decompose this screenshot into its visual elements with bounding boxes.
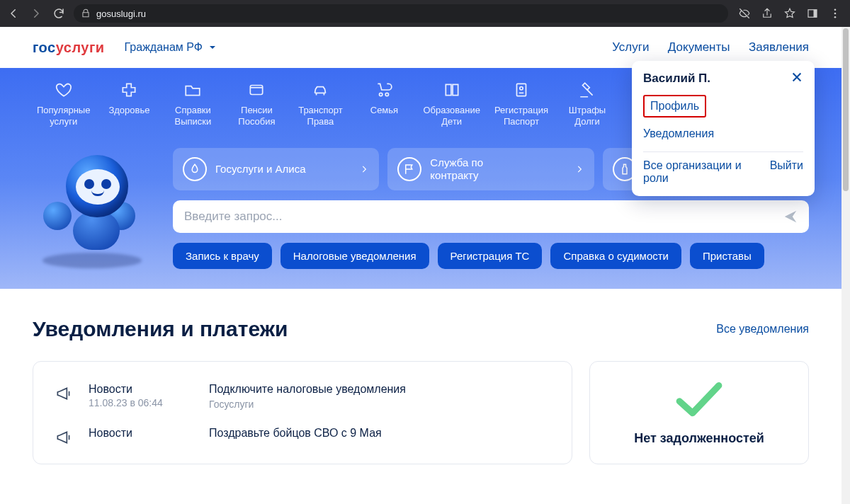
menu-logout[interactable]: Выйти	[770, 159, 803, 185]
category-item[interactable]: Семья	[355, 81, 413, 128]
chevron-down-icon	[208, 43, 217, 52]
category-item[interactable]: ПенсииПособия	[227, 81, 285, 128]
forward-button[interactable]	[28, 6, 44, 21]
news-date: 11.08.23 в 06:44	[89, 397, 209, 408]
close-button[interactable]	[790, 71, 803, 86]
url-text: gosuslugi.ru	[96, 8, 146, 19]
logo-part1: гос	[33, 40, 56, 55]
svg-point-3	[834, 13, 837, 15]
passport-icon	[512, 81, 531, 99]
svg-point-4	[834, 16, 837, 18]
section-title: Уведомления и платежи	[33, 317, 288, 341]
search-input[interactable]	[184, 210, 781, 224]
category-item[interactable]: РегистрацияПаспорт	[490, 81, 552, 128]
eye-off-icon[interactable]	[738, 7, 751, 20]
all-notifications-link[interactable]: Все уведомления	[716, 323, 809, 336]
megaphone-icon	[52, 383, 76, 410]
browser-chrome: gosuslugi.ru	[0, 0, 850, 27]
chip[interactable]: Приставы	[690, 243, 764, 269]
debt-text: Нет задолженностей	[634, 431, 764, 446]
robot-mascot	[33, 148, 153, 268]
category-item[interactable]: ОбразованиеДети	[419, 81, 484, 128]
divider	[643, 151, 803, 152]
category-label: ТранспортПрава	[298, 105, 343, 128]
gavel-icon	[578, 81, 596, 99]
search-submit[interactable]	[781, 207, 800, 227]
news-item[interactable]: Новости 11.08.23 в 06:44 Подключите нало…	[52, 379, 553, 423]
promo-card[interactable]: Служба поконтракту	[387, 148, 594, 190]
plus-icon	[120, 81, 138, 99]
checkmark-icon	[673, 379, 725, 421]
news-source: Госуслуги	[209, 399, 406, 410]
send-icon	[783, 209, 798, 224]
chevron-right-icon	[359, 164, 369, 174]
star-icon[interactable]	[783, 7, 796, 20]
promo-card[interactable]: Госуслуги и Алиса	[173, 148, 379, 190]
svg-rect-5	[251, 86, 263, 95]
car-icon	[311, 81, 329, 99]
segment-label: Гражданам РФ	[125, 41, 203, 54]
chip[interactable]: Справка о судимости	[550, 243, 681, 269]
panel-icon[interactable]	[806, 7, 819, 20]
category-label: ОбразованиеДети	[423, 105, 480, 128]
nav-applications[interactable]: Заявления	[749, 40, 809, 54]
back-button[interactable]	[6, 6, 21, 21]
chip[interactable]: Налоговые уведомления	[280, 243, 429, 269]
category-item[interactable]: ТранспортПрава	[291, 81, 349, 128]
promo-label: Госуслуги и Алиса	[215, 163, 351, 176]
book-icon	[443, 81, 461, 99]
category-item[interactable]: Популярныеуслуги	[33, 81, 94, 128]
user-name: Василий П.	[643, 71, 710, 86]
nav-documents[interactable]: Документы	[668, 40, 730, 54]
category-label: Здоровье	[108, 105, 149, 116]
lock-icon	[81, 8, 91, 18]
chip[interactable]: Регистрация ТС	[438, 243, 543, 269]
megaphone-icon	[52, 427, 76, 447]
news-title: Поздравьте бойцов СВО с 9 Мая	[209, 427, 382, 440]
category-label: ШтрафыДолги	[569, 105, 606, 128]
notifications-section: Уведомления и платежи Все уведомления Но…	[0, 289, 842, 464]
svg-rect-1	[814, 10, 817, 18]
chip[interactable]: Запись к врачу	[173, 243, 272, 269]
svg-point-9	[520, 87, 523, 90]
news-card: Новости 11.08.23 в 06:44 Подключите нало…	[33, 361, 572, 464]
scrollbar-thumb[interactable]	[843, 28, 849, 191]
news-title: Подключите налоговые уведомления	[209, 383, 406, 396]
drop-icon	[183, 157, 207, 181]
news-type: Новости	[89, 427, 209, 440]
chip-row: Запись к врачуНалоговые уведомленияРегис…	[173, 243, 809, 269]
flag-icon	[397, 157, 421, 181]
svg-point-2	[834, 8, 837, 11]
share-icon[interactable]	[761, 7, 774, 20]
kebab-menu-icon[interactable]	[829, 7, 842, 20]
close-icon	[790, 71, 803, 84]
segment-selector[interactable]: Гражданам РФ	[125, 41, 217, 54]
debt-card: Нет задолженностей	[589, 361, 809, 464]
reload-button[interactable]	[51, 6, 67, 21]
top-nav: Услуги Документы Заявления	[596, 40, 809, 55]
menu-notifications[interactable]: Уведомления	[643, 122, 803, 146]
logo-part2: услуги	[56, 40, 105, 55]
wallet-icon	[247, 81, 266, 99]
search-bar[interactable]	[173, 200, 809, 233]
heart-icon	[55, 81, 73, 99]
category-label: РегистрацияПаспорт	[494, 105, 548, 128]
site-logo[interactable]: госуслуги	[33, 40, 105, 56]
category-item[interactable]: СправкиВыписки	[164, 81, 222, 128]
page: госуслуги Гражданам РФ Услуги Документы …	[0, 27, 850, 504]
category-label: Семья	[370, 105, 398, 116]
svg-point-7	[386, 93, 389, 96]
news-item[interactable]: Новости Поздравьте бойцов СВО с 9 Мая	[52, 423, 553, 447]
category-item[interactable]: ШтрафыДолги	[558, 81, 616, 128]
address-bar[interactable]: gosuslugi.ru	[74, 4, 728, 23]
nav-services[interactable]: Услуги	[612, 40, 649, 54]
category-label: СправкиВыписки	[175, 105, 212, 128]
category-label: Популярныеуслуги	[37, 105, 90, 128]
news-type: Новости	[89, 383, 209, 396]
scrollbar[interactable]	[842, 27, 850, 504]
menu-profile[interactable]: Профиль	[643, 95, 706, 118]
category-item[interactable]: Здоровье	[100, 81, 158, 128]
chrome-actions	[735, 7, 844, 20]
menu-all-orgs[interactable]: Все организации и роли	[643, 159, 770, 185]
user-menu: Василий П. Профиль Уведомления Все орган…	[632, 61, 815, 196]
